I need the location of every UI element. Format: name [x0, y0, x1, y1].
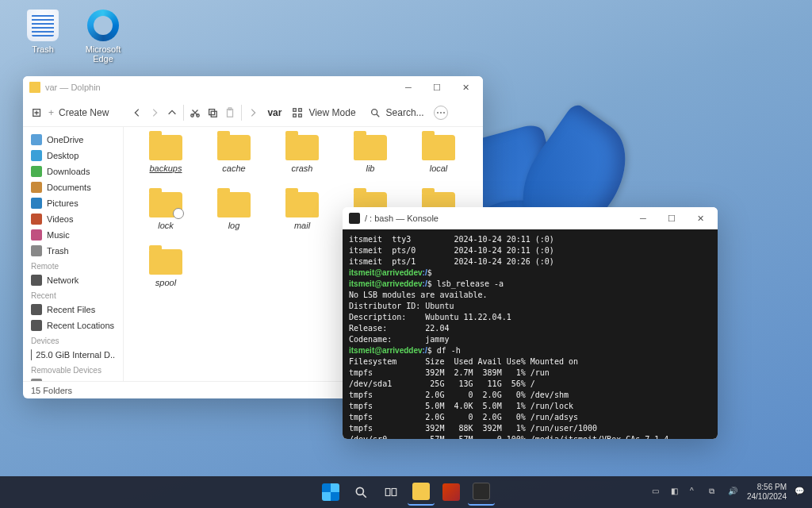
svg-point-12: [356, 487, 363, 495]
close-button[interactable]: ✕: [451, 76, 480, 98]
chevron-up-icon[interactable]: ^: [690, 487, 701, 498]
sidebar-item[interactable]: Desktop: [23, 148, 123, 164]
sidebar-item[interactable]: Downloads: [23, 164, 123, 179]
notifications-icon[interactable]: 💬: [795, 487, 806, 498]
terminal-output[interactable]: itsmeit tty3 2024-10-24 20:11 (:0) itsme…: [343, 229, 718, 439]
forward-icon[interactable]: [148, 106, 161, 119]
volume-icon[interactable]: 🔊: [728, 487, 739, 498]
folder-item[interactable]: log: [200, 192, 268, 249]
svg-rect-10: [299, 114, 302, 117]
up-icon[interactable]: [166, 106, 178, 119]
konsole-window: / : bash — Konsole ─ ☐ ✕ itsmeit tty3 20…: [343, 207, 718, 439]
trash-icon: [27, 10, 59, 41]
sidebar-item[interactable]: Pictures: [23, 195, 123, 211]
tray-icon[interactable]: ◧: [671, 487, 682, 498]
search-button[interactable]: Search...: [386, 107, 424, 118]
folder-icon: [149, 249, 182, 275]
view-icon: [291, 106, 304, 119]
explorer-taskbar-icon[interactable]: [408, 479, 435, 506]
folder-item[interactable]: crash: [268, 135, 336, 192]
taskbar: ▭ ◧ ^ ⧉ 🔊 8:56 PM 24/10/2024 💬: [0, 476, 812, 508]
sidebar-item[interactable]: Music: [23, 227, 123, 243]
sidebar-item[interactable]: Network: [23, 272, 123, 288]
sidebar-item[interactable]: Videos: [23, 211, 123, 227]
folder-item[interactable]: backups: [132, 135, 200, 192]
chevron-right-icon[interactable]: [247, 106, 259, 119]
folder-label: local: [404, 164, 473, 173]
sidebar-icon: [31, 229, 42, 241]
svg-point-11: [371, 109, 377, 114]
terminal-icon: [349, 213, 360, 224]
sidebar-item[interactable]: OneDrive: [23, 132, 123, 148]
sidebar-label: Music: [47, 230, 70, 240]
folder-icon: [217, 192, 251, 217]
network-icon[interactable]: ⧉: [709, 487, 720, 498]
folder-icon: [29, 82, 40, 93]
sidebar-head-removable: Removable Devices: [23, 363, 123, 376]
sidebar-head-recent: Recent: [23, 288, 123, 302]
folder-item[interactable]: lib: [336, 135, 404, 192]
sidebar-label: Recent Locations: [47, 321, 114, 330]
breadcrumb-path[interactable]: var: [267, 107, 282, 118]
start-button[interactable]: [317, 479, 344, 506]
folder-item[interactable]: cache: [200, 135, 268, 192]
sidebar-item[interactable]: 25.0 GiB Internal D..: [23, 347, 123, 363]
back-icon[interactable]: [131, 106, 144, 119]
minimize-button[interactable]: ─: [394, 76, 423, 98]
sidebar-icon: [31, 275, 42, 286]
tray-icon[interactable]: ▭: [652, 487, 663, 498]
folder-label: lib: [336, 164, 404, 173]
folder-icon: [217, 135, 251, 160]
edge-icon: [87, 10, 119, 41]
svg-rect-4: [212, 111, 217, 117]
sidebar-item[interactable]: Documents: [23, 179, 123, 195]
folder-label: cache: [200, 164, 268, 173]
sidebar-icon: [31, 245, 42, 256]
folder-item[interactable]: lock: [132, 192, 200, 249]
maximize-button[interactable]: ☐: [657, 207, 686, 229]
system-tray: ▭ ◧ ^ ⧉ 🔊 8:56 PM 24/10/2024 💬: [652, 483, 806, 502]
folder-item[interactable]: spool: [132, 249, 200, 306]
konsole-titlebar[interactable]: / : bash — Konsole ─ ☐ ✕: [343, 207, 718, 229]
paste-icon[interactable]: [224, 106, 236, 119]
sidebar-icon: [31, 134, 42, 145]
svg-rect-9: [293, 114, 297, 117]
app1-taskbar-icon[interactable]: [438, 479, 465, 506]
cut-icon[interactable]: [189, 106, 201, 119]
konsole-taskbar-icon[interactable]: [468, 479, 495, 506]
desktop-icon-edge[interactable]: Microsoft Edge: [75, 10, 132, 64]
sidebar-icon: [31, 150, 42, 161]
folder-item[interactable]: mail: [268, 192, 336, 249]
svg-rect-7: [293, 108, 297, 111]
folder-label: lock: [132, 221, 200, 230]
close-button[interactable]: ✕: [686, 207, 714, 229]
sidebar-icon: [31, 198, 42, 209]
minimize-button[interactable]: ─: [629, 207, 657, 229]
sidebar-item[interactable]: Trash: [23, 243, 123, 259]
desktop-icon-label: Trash: [14, 44, 71, 54]
view-mode-button[interactable]: View Mode: [308, 107, 355, 118]
clock-time: 8:56 PM: [747, 483, 787, 492]
sidebar-item[interactable]: Recent Files: [23, 302, 123, 318]
svg-rect-14: [392, 489, 396, 496]
folder-label: crash: [268, 164, 336, 173]
folder-item[interactable]: local: [404, 135, 473, 192]
copy-icon[interactable]: [206, 106, 219, 119]
sidebar-label: 25.0 GiB Internal D..: [36, 350, 115, 360]
desktop-icon-trash[interactable]: Trash: [14, 10, 71, 54]
taskview-icon[interactable]: [377, 479, 404, 506]
folder-icon: [285, 135, 319, 160]
sidebar-icon: [31, 214, 42, 225]
folder-label: log: [200, 221, 268, 230]
window-title: / : bash — Konsole: [365, 214, 439, 223]
folder-label: backups: [132, 164, 200, 173]
search-taskbar-icon[interactable]: [347, 479, 374, 506]
sidebar-item[interactable]: Recent Locations: [23, 318, 123, 333]
dolphin-titlebar[interactable]: var — Dolphin ─ ☐ ✕: [23, 76, 483, 98]
create-new-button[interactable]: Create New: [59, 107, 109, 118]
maximize-button[interactable]: ☐: [423, 76, 451, 98]
menu-icon[interactable]: ⋯: [434, 106, 448, 120]
search-icon[interactable]: [369, 106, 381, 119]
new-tab-icon[interactable]: [31, 106, 44, 119]
taskbar-clock[interactable]: 8:56 PM 24/10/2024: [747, 483, 787, 502]
